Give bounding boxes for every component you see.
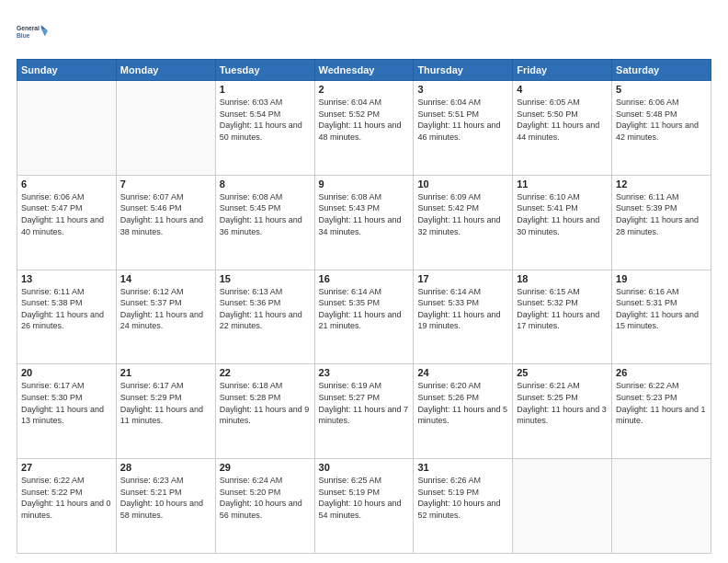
- weekday-header-cell: Tuesday: [215, 60, 314, 81]
- day-number: 31: [417, 462, 508, 473]
- day-number: 24: [417, 367, 508, 378]
- day-number: 25: [517, 367, 608, 378]
- day-number: 2: [319, 84, 410, 95]
- calendar-cell: 2Sunrise: 6:04 AM Sunset: 5:52 PM Daylig…: [314, 81, 414, 176]
- day-number: 29: [220, 462, 311, 473]
- day-detail: Sunrise: 6:06 AM Sunset: 5:47 PM Dayligh…: [21, 191, 112, 237]
- calendar-week-row: 6Sunrise: 6:06 AM Sunset: 5:47 PM Daylig…: [17, 175, 711, 270]
- calendar-cell: 29Sunrise: 6:24 AM Sunset: 5:20 PM Dayli…: [215, 459, 314, 554]
- calendar-cell: 5Sunrise: 6:06 AM Sunset: 5:48 PM Daylig…: [612, 81, 711, 176]
- calendar-cell: 28Sunrise: 6:23 AM Sunset: 5:21 PM Dayli…: [116, 459, 215, 554]
- day-number: 21: [120, 367, 211, 378]
- day-number: 3: [417, 84, 508, 95]
- calendar-cell: 22Sunrise: 6:18 AM Sunset: 5:28 PM Dayli…: [215, 364, 314, 459]
- day-detail: Sunrise: 6:17 AM Sunset: 5:30 PM Dayligh…: [21, 380, 112, 426]
- day-detail: Sunrise: 6:10 AM Sunset: 5:41 PM Dayligh…: [517, 191, 608, 237]
- day-number: 16: [319, 273, 410, 284]
- calendar-cell: 16Sunrise: 6:14 AM Sunset: 5:35 PM Dayli…: [314, 270, 414, 364]
- day-number: 11: [517, 178, 608, 190]
- calendar-cell: 13Sunrise: 6:11 AM Sunset: 5:38 PM Dayli…: [17, 270, 117, 364]
- day-detail: Sunrise: 6:23 AM Sunset: 5:21 PM Dayligh…: [120, 475, 211, 521]
- day-number: 10: [417, 178, 508, 190]
- calendar-cell: 1Sunrise: 6:03 AM Sunset: 5:54 PM Daylig…: [215, 81, 314, 176]
- day-number: 15: [220, 273, 311, 284]
- calendar-cell: 20Sunrise: 6:17 AM Sunset: 5:30 PM Dayli…: [17, 364, 117, 459]
- page: GeneralBlue SundayMondayTuesdayWednesday…: [0, 0, 728, 563]
- weekday-header-cell: Monday: [116, 60, 215, 81]
- calendar-cell: 4Sunrise: 6:05 AM Sunset: 5:50 PM Daylig…: [513, 81, 612, 176]
- day-number: 30: [319, 462, 410, 473]
- day-detail: Sunrise: 6:25 AM Sunset: 5:19 PM Dayligh…: [319, 475, 410, 521]
- day-number: 23: [319, 367, 410, 378]
- calendar-cell: 25Sunrise: 6:21 AM Sunset: 5:25 PM Dayli…: [513, 364, 612, 459]
- calendar-week-row: 27Sunrise: 6:22 AM Sunset: 5:22 PM Dayli…: [17, 459, 711, 554]
- day-number: 28: [120, 462, 211, 473]
- day-detail: Sunrise: 6:08 AM Sunset: 5:43 PM Dayligh…: [319, 191, 410, 237]
- calendar-cell: 30Sunrise: 6:25 AM Sunset: 5:19 PM Dayli…: [314, 459, 414, 554]
- calendar-cell: 8Sunrise: 6:08 AM Sunset: 5:45 PM Daylig…: [215, 175, 314, 270]
- calendar-cell: 31Sunrise: 6:26 AM Sunset: 5:19 PM Dayli…: [414, 459, 513, 554]
- calendar-table: SundayMondayTuesdayWednesdayThursdayFrid…: [17, 59, 711, 554]
- day-detail: Sunrise: 6:04 AM Sunset: 5:51 PM Dayligh…: [417, 97, 508, 143]
- header: GeneralBlue: [17, 17, 711, 50]
- calendar-cell: 19Sunrise: 6:16 AM Sunset: 5:31 PM Dayli…: [612, 270, 711, 364]
- day-number: 7: [120, 178, 211, 190]
- day-number: 19: [616, 273, 707, 284]
- calendar-cell: 15Sunrise: 6:13 AM Sunset: 5:36 PM Dayli…: [215, 270, 314, 364]
- day-number: 18: [517, 273, 608, 284]
- day-number: 6: [21, 178, 112, 190]
- day-detail: Sunrise: 6:11 AM Sunset: 5:38 PM Dayligh…: [21, 286, 112, 332]
- weekday-header-cell: Friday: [513, 60, 612, 81]
- calendar-cell: 14Sunrise: 6:12 AM Sunset: 5:37 PM Dayli…: [116, 270, 215, 364]
- calendar-cell: 23Sunrise: 6:19 AM Sunset: 5:27 PM Dayli…: [314, 364, 414, 459]
- calendar-body: 1Sunrise: 6:03 AM Sunset: 5:54 PM Daylig…: [17, 81, 711, 554]
- calendar-cell: 6Sunrise: 6:06 AM Sunset: 5:47 PM Daylig…: [17, 175, 117, 270]
- calendar-week-row: 20Sunrise: 6:17 AM Sunset: 5:30 PM Dayli…: [17, 364, 711, 459]
- weekday-header-cell: Thursday: [414, 60, 513, 81]
- calendar-cell: 26Sunrise: 6:22 AM Sunset: 5:23 PM Dayli…: [612, 364, 711, 459]
- calendar-cell: 9Sunrise: 6:08 AM Sunset: 5:43 PM Daylig…: [314, 175, 414, 270]
- day-number: 5: [616, 84, 707, 95]
- day-detail: Sunrise: 6:12 AM Sunset: 5:37 PM Dayligh…: [120, 286, 211, 332]
- day-detail: Sunrise: 6:04 AM Sunset: 5:52 PM Dayligh…: [319, 97, 410, 143]
- calendar-cell: 12Sunrise: 6:11 AM Sunset: 5:39 PM Dayli…: [612, 175, 711, 270]
- day-detail: Sunrise: 6:17 AM Sunset: 5:29 PM Dayligh…: [120, 380, 211, 426]
- day-detail: Sunrise: 6:03 AM Sunset: 5:54 PM Dayligh…: [220, 97, 311, 143]
- weekday-header-cell: Saturday: [612, 60, 711, 81]
- day-number: 9: [319, 178, 410, 190]
- weekday-header-cell: Wednesday: [314, 60, 414, 81]
- calendar-cell: [116, 81, 215, 176]
- day-detail: Sunrise: 6:24 AM Sunset: 5:20 PM Dayligh…: [220, 475, 311, 521]
- day-detail: Sunrise: 6:26 AM Sunset: 5:19 PM Dayligh…: [417, 475, 508, 521]
- day-number: 26: [616, 367, 707, 378]
- day-number: 14: [120, 273, 211, 284]
- calendar-cell: 3Sunrise: 6:04 AM Sunset: 5:51 PM Daylig…: [414, 81, 513, 176]
- weekday-header-row: SundayMondayTuesdayWednesdayThursdayFrid…: [17, 60, 711, 81]
- calendar-cell: [513, 459, 612, 554]
- day-detail: Sunrise: 6:13 AM Sunset: 5:36 PM Dayligh…: [220, 286, 311, 332]
- day-number: 17: [417, 273, 508, 284]
- day-number: 22: [220, 367, 311, 378]
- day-detail: Sunrise: 6:16 AM Sunset: 5:31 PM Dayligh…: [616, 286, 707, 332]
- logo-icon: GeneralBlue: [17, 17, 50, 50]
- day-detail: Sunrise: 6:19 AM Sunset: 5:27 PM Dayligh…: [319, 380, 410, 426]
- calendar-week-row: 13Sunrise: 6:11 AM Sunset: 5:38 PM Dayli…: [17, 270, 711, 364]
- calendar-cell: 18Sunrise: 6:15 AM Sunset: 5:32 PM Dayli…: [513, 270, 612, 364]
- calendar-cell: 17Sunrise: 6:14 AM Sunset: 5:33 PM Dayli…: [414, 270, 513, 364]
- calendar-cell: [612, 459, 711, 554]
- day-number: 1: [220, 84, 311, 95]
- day-detail: Sunrise: 6:05 AM Sunset: 5:50 PM Dayligh…: [517, 97, 608, 143]
- calendar-cell: 7Sunrise: 6:07 AM Sunset: 5:46 PM Daylig…: [116, 175, 215, 270]
- logo: GeneralBlue: [17, 17, 53, 50]
- day-detail: Sunrise: 6:14 AM Sunset: 5:33 PM Dayligh…: [417, 286, 508, 332]
- svg-text:Blue: Blue: [17, 32, 30, 39]
- calendar-week-row: 1Sunrise: 6:03 AM Sunset: 5:54 PM Daylig…: [17, 81, 711, 176]
- day-detail: Sunrise: 6:09 AM Sunset: 5:42 PM Dayligh…: [417, 191, 508, 237]
- day-number: 12: [616, 178, 707, 190]
- day-detail: Sunrise: 6:15 AM Sunset: 5:32 PM Dayligh…: [517, 286, 608, 332]
- day-number: 20: [21, 367, 112, 378]
- day-detail: Sunrise: 6:18 AM Sunset: 5:28 PM Dayligh…: [220, 380, 311, 426]
- day-number: 8: [220, 178, 311, 190]
- weekday-header-cell: Sunday: [17, 60, 117, 81]
- calendar-cell: 27Sunrise: 6:22 AM Sunset: 5:22 PM Dayli…: [17, 459, 117, 554]
